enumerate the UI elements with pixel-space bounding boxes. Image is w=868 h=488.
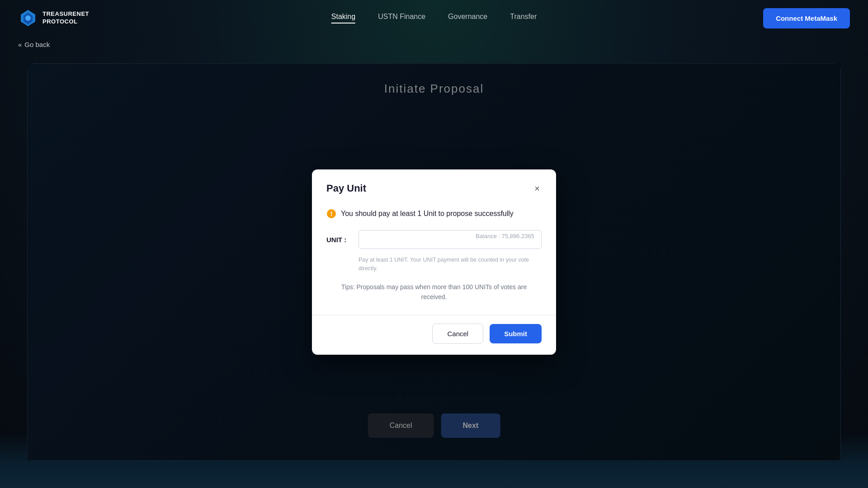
unit-label: UNIT :	[326, 236, 351, 244]
modal-overlay: Pay Unit × ! You should pay at least 1 U…	[28, 64, 840, 460]
connect-metamask-button[interactable]: Connect MetaMask	[763, 8, 850, 28]
modal-submit-button[interactable]: Submit	[490, 324, 542, 343]
modal-cancel-button[interactable]: Cancel	[432, 324, 483, 344]
logo-icon	[18, 8, 38, 28]
nav-links: Staking USTN Finance Governance Transfer	[331, 13, 537, 23]
logo-text: TREASURENET PROTOCOL	[42, 10, 89, 26]
modal-title: Pay Unit	[326, 183, 366, 194]
go-back-link[interactable]: « Go back	[18, 41, 50, 48]
main-panel: Initiate Proposal Cancel Next Pay Unit ×…	[27, 63, 841, 461]
nav-transfer[interactable]: Transfer	[510, 13, 537, 23]
unit-field-row: UNIT :	[326, 230, 542, 249]
nav-governance[interactable]: Governance	[448, 13, 487, 23]
pay-unit-modal: Pay Unit × ! You should pay at least 1 U…	[312, 169, 556, 354]
chevron-left-icon: «	[18, 41, 22, 48]
warning-text: You should pay at least 1 Unit to propos…	[341, 208, 514, 219]
unit-input[interactable]	[359, 230, 542, 249]
modal-body: ! You should pay at least 1 Unit to prop…	[312, 204, 556, 314]
field-hint: Pay at least 1 UNIT. Your UNIT payment w…	[359, 256, 542, 273]
modal-header: Pay Unit ×	[312, 169, 556, 204]
modal-footer: Cancel Submit	[312, 315, 556, 355]
warning-row: ! You should pay at least 1 Unit to prop…	[326, 208, 542, 219]
tips-text: Tips: Proposals may pass when more than …	[326, 282, 542, 302]
svg-point-2	[25, 15, 31, 21]
nav-staking[interactable]: Staking	[331, 13, 355, 23]
svg-text:!: !	[330, 210, 333, 217]
nav-ustn-finance[interactable]: USTN Finance	[378, 13, 425, 23]
logo: TREASURENET PROTOCOL	[18, 8, 89, 28]
navbar: TREASURENET PROTOCOL Staking USTN Financ…	[0, 0, 868, 36]
warning-icon: !	[326, 209, 336, 219]
modal-close-button[interactable]: ×	[533, 182, 542, 195]
